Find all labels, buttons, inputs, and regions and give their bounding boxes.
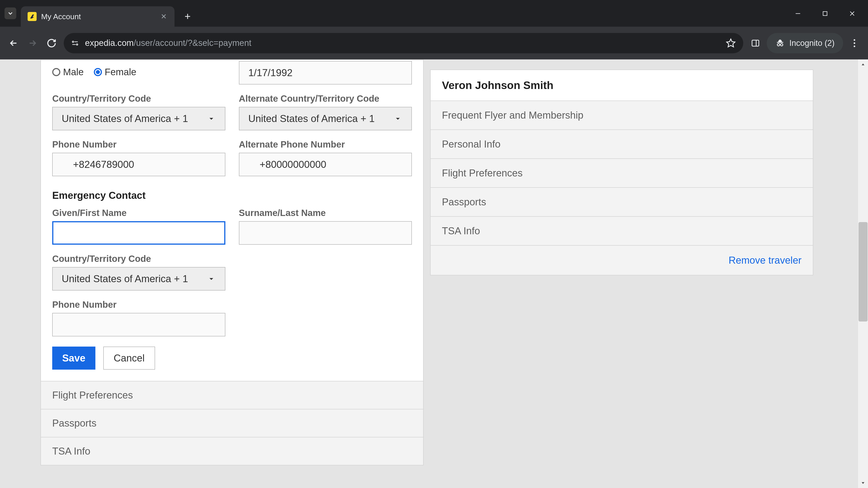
ec-last-name-label: Surname/Last Name bbox=[239, 208, 412, 218]
browser-tab-active[interactable]: My Account ✕ bbox=[21, 6, 175, 27]
svg-point-16 bbox=[854, 45, 855, 47]
ec-country-code-select[interactable]: United States of America + 1 bbox=[52, 267, 225, 291]
alt-country-code-label: Alternate Country/Territory Code bbox=[239, 94, 412, 104]
more-vertical-icon bbox=[854, 39, 855, 48]
sidebar-item-frequent-flyer[interactable]: Frequent Flyer and Membership bbox=[431, 101, 813, 130]
incognito-badge[interactable]: Incognito (2) bbox=[767, 33, 843, 53]
sidebar-footer: Remove traveler bbox=[431, 246, 813, 275]
personal-info-form: Male Female Country/Territory Code bbox=[41, 60, 423, 381]
reload-icon bbox=[46, 38, 57, 48]
expedia-favicon-icon bbox=[28, 12, 37, 21]
svg-point-6 bbox=[76, 44, 78, 45]
ec-phone-input[interactable] bbox=[52, 313, 225, 336]
svg-rect-9 bbox=[752, 40, 759, 46]
svg-point-12 bbox=[780, 43, 783, 46]
traveler-sidebar: Veron Johnson Smith Frequent Flyer and M… bbox=[430, 70, 813, 275]
scrollbar-down-button[interactable] bbox=[858, 478, 868, 488]
chevron-down-icon bbox=[207, 274, 216, 283]
toolbar-right: Incognito (2) bbox=[749, 33, 861, 53]
traveler-name-header[interactable]: Veron Johnson Smith bbox=[431, 70, 813, 101]
window-close-button[interactable] bbox=[839, 7, 866, 20]
phone-label: Phone Number bbox=[52, 139, 225, 150]
side-panel-button[interactable] bbox=[749, 36, 762, 50]
nav-reload-button[interactable] bbox=[45, 36, 58, 50]
country-code-select[interactable]: United States of America + 1 bbox=[52, 107, 225, 130]
maximize-icon bbox=[822, 10, 829, 17]
scrollbar-thumb[interactable] bbox=[859, 222, 868, 322]
form-button-row: Save Cancel bbox=[52, 347, 412, 369]
accordion-tsa-info[interactable]: TSA Info bbox=[41, 437, 423, 465]
gender-female-radio[interactable]: Female bbox=[94, 67, 136, 77]
tab-close-button[interactable]: ✕ bbox=[160, 12, 168, 21]
svg-point-14 bbox=[854, 39, 855, 41]
gender-male-radio[interactable]: Male bbox=[52, 67, 84, 77]
url-domain: expedia.com bbox=[85, 38, 133, 48]
alt-phone-input[interactable] bbox=[239, 153, 412, 176]
triangle-down-icon bbox=[860, 480, 866, 486]
ec-first-name-input[interactable] bbox=[52, 221, 225, 245]
sidebar-item-flight-preferences[interactable]: Flight Preferences bbox=[431, 159, 813, 188]
accordion-passports[interactable]: Passports bbox=[41, 409, 423, 437]
ec-phone-label: Phone Number bbox=[52, 300, 225, 310]
url-bar[interactable]: expedia.com/user/account/?&selc=payment bbox=[64, 33, 743, 53]
incognito-icon bbox=[775, 38, 785, 48]
site-settings-icon[interactable] bbox=[70, 39, 80, 48]
chevron-down-icon bbox=[207, 114, 216, 123]
emergency-contact-heading: Emergency Contact bbox=[52, 190, 412, 201]
url-path: /user/account/?&selc=payment bbox=[133, 38, 251, 48]
arrow-right-icon bbox=[28, 38, 37, 48]
svg-rect-1 bbox=[823, 11, 827, 15]
url-text: expedia.com/user/account/?&selc=payment bbox=[85, 38, 720, 48]
alt-country-code-value: United States of America + 1 bbox=[248, 113, 375, 124]
sidebar-item-personal-info[interactable]: Personal Info bbox=[431, 130, 813, 159]
gender-radio-group: Male Female bbox=[52, 60, 225, 77]
ec-last-name-input[interactable] bbox=[239, 221, 412, 245]
accordion-flight-preferences[interactable]: Flight Preferences bbox=[41, 381, 423, 409]
window-minimize-button[interactable] bbox=[784, 7, 811, 20]
phone-input[interactable] bbox=[52, 153, 225, 176]
svg-marker-8 bbox=[727, 39, 735, 47]
bookmark-button[interactable] bbox=[725, 37, 737, 49]
dob-input[interactable] bbox=[239, 61, 412, 85]
page-content: Male Female Country/Territory Code bbox=[0, 59, 868, 488]
browser-tabs-bar: My Account ✕ + bbox=[0, 0, 868, 27]
svg-point-11 bbox=[777, 43, 780, 46]
nav-forward-button[interactable] bbox=[26, 36, 39, 50]
ec-country-code-label: Country/Territory Code bbox=[52, 254, 225, 264]
browser-menu-button[interactable] bbox=[848, 36, 861, 50]
close-icon bbox=[849, 10, 856, 17]
save-button[interactable]: Save bbox=[52, 347, 95, 369]
sidebar-item-passports[interactable]: Passports bbox=[431, 188, 813, 217]
alt-country-code-select[interactable]: United States of America + 1 bbox=[239, 107, 412, 130]
sidebar-item-tsa-info[interactable]: TSA Info bbox=[431, 217, 813, 246]
gender-male-label: Male bbox=[63, 67, 84, 77]
main-panel: Male Female Country/Territory Code bbox=[40, 59, 424, 465]
chevron-down-icon bbox=[7, 10, 14, 17]
ec-country-code-value: United States of America + 1 bbox=[62, 273, 188, 285]
radio-selected-icon bbox=[94, 68, 102, 76]
svg-point-15 bbox=[854, 42, 855, 44]
cancel-button[interactable]: Cancel bbox=[103, 347, 155, 369]
incognito-label: Incognito (2) bbox=[789, 38, 835, 48]
alt-phone-label: Alternate Phone Number bbox=[239, 139, 412, 150]
svg-point-4 bbox=[72, 41, 74, 42]
star-icon bbox=[726, 38, 736, 48]
tab-search-dropdown[interactable] bbox=[4, 7, 16, 19]
scrollbar-up-button[interactable] bbox=[858, 59, 868, 69]
arrow-left-icon bbox=[8, 38, 19, 48]
radio-icon bbox=[52, 68, 60, 76]
nav-back-button[interactable] bbox=[7, 36, 20, 50]
tab-title: My Account bbox=[41, 12, 155, 21]
chevron-down-icon bbox=[393, 114, 402, 123]
gender-female-label: Female bbox=[105, 67, 136, 77]
remove-traveler-link[interactable]: Remove traveler bbox=[728, 255, 802, 266]
country-code-label: Country/Territory Code bbox=[52, 94, 225, 104]
scrollbar-track[interactable] bbox=[858, 59, 868, 488]
panel-icon bbox=[751, 39, 760, 48]
ec-first-name-label: Given/First Name bbox=[52, 208, 225, 218]
window-maximize-button[interactable] bbox=[811, 7, 839, 20]
address-bar: expedia.com/user/account/?&selc=payment … bbox=[0, 27, 868, 59]
triangle-up-icon bbox=[860, 62, 866, 67]
country-code-value: United States of America + 1 bbox=[62, 113, 188, 124]
new-tab-button[interactable]: + bbox=[181, 10, 194, 23]
